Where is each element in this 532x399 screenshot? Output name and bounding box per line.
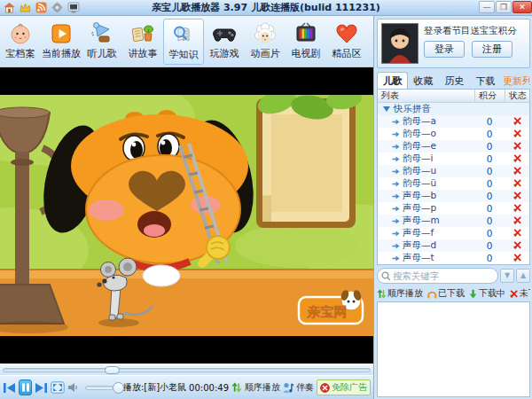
- item-arrow-icon: [392, 168, 400, 176]
- song-points: 0: [474, 215, 505, 226]
- time-label: 00:00:49: [189, 383, 229, 393]
- song-name: 韵母—o: [403, 128, 474, 140]
- home-icon[interactable]: [4, 2, 15, 13]
- toolbar-item-tv-series[interactable]: 电视剧: [286, 19, 326, 65]
- toolbar-label: 精品区: [332, 47, 362, 60]
- song-row[interactable]: 声母—m0: [378, 215, 529, 227]
- speaker-icon[interactable]: [67, 382, 79, 393]
- song-list: 列表 积分 状态 快乐拼音 韵母—a0韵母—o0韵母—e0韵母—i0韵母—u0韵…: [377, 89, 530, 265]
- toolbar-item-premium-zone[interactable]: 精品区: [326, 19, 367, 65]
- seek-thumb[interactable]: [105, 366, 120, 374]
- tab-favorites[interactable]: 收藏: [408, 74, 439, 89]
- toolbar-label: 当前播放: [42, 47, 81, 60]
- song-row[interactable]: 声母—p0: [378, 202, 529, 215]
- song-row[interactable]: 韵母—a0: [378, 115, 529, 128]
- search-box[interactable]: [377, 268, 498, 284]
- item-arrow-icon: [392, 130, 400, 138]
- song-row[interactable]: 声母—d0: [378, 239, 529, 252]
- gamepad-icon: [212, 20, 237, 47]
- song-row[interactable]: 韵母—o0: [378, 128, 529, 140]
- search-input[interactable]: [393, 270, 494, 281]
- tab-downloads[interactable]: 下载: [470, 74, 501, 89]
- window-title: 亲宝儿歌播放器 3.97 儿歌连播版(bulid 111231): [0, 0, 532, 16]
- fullscreen-button[interactable]: [51, 381, 65, 394]
- column-list[interactable]: 列表: [378, 90, 474, 102]
- heart-icon: [334, 20, 359, 47]
- accompaniment-label[interactable]: 伴奏: [296, 381, 314, 394]
- gramophone-icon: [90, 20, 114, 47]
- rss-icon[interactable]: [35, 2, 47, 13]
- video-area: 亲宝网: [0, 67, 373, 364]
- search-down-button[interactable]: ▼: [500, 269, 514, 283]
- gear-icon[interactable]: [51, 2, 63, 13]
- close-button[interactable]: ✕: [512, 1, 532, 13]
- player-controls: 播放:[新]小老鼠 00:00:49 顺序播放 伴奏 免除广告: [0, 375, 373, 399]
- song-points: 0: [474, 203, 505, 214]
- toolbar-item-baby-profile[interactable]: 宝档案: [0, 19, 41, 65]
- download-queue-empty-area: [377, 301, 530, 397]
- song-row[interactable]: 声母—t0: [378, 252, 529, 264]
- volume-slider[interactable]: [85, 386, 113, 390]
- song-name: 韵母—u: [403, 165, 474, 177]
- song-points: 0: [474, 191, 505, 201]
- item-arrow-icon: [392, 254, 400, 262]
- column-status[interactable]: 状态: [505, 90, 529, 102]
- collapse-arrow-icon[interactable]: [383, 106, 390, 112]
- login-button[interactable]: 登录: [424, 41, 465, 58]
- song-name: 声母—m: [403, 215, 474, 227]
- song-row[interactable]: 声母—b0: [378, 190, 529, 202]
- crown-icon[interactable]: [20, 2, 31, 13]
- accompaniment-icon[interactable]: [283, 382, 293, 394]
- not-downloaded-icon: [505, 129, 529, 140]
- tab-update-list[interactable]: 更新列表: [501, 74, 530, 89]
- video-scene: 亲宝网: [0, 95, 373, 336]
- toolbar-item-cartoons[interactable]: 动画片: [245, 19, 286, 65]
- previous-button[interactable]: [3, 382, 16, 394]
- song-name: 声母—t: [403, 252, 474, 264]
- song-row[interactable]: 韵母—i0: [378, 153, 529, 165]
- not-downloaded-icon: [505, 215, 529, 227]
- column-points[interactable]: 积分: [474, 90, 505, 102]
- remove-ads-button[interactable]: 免除广告: [317, 379, 371, 395]
- tab-history[interactable]: 历史: [439, 74, 470, 89]
- not-downloaded-icon: [505, 191, 529, 202]
- search-area: ▼ ▲: [377, 265, 530, 286]
- monitor-icon[interactable]: [67, 2, 80, 13]
- toolbar-item-play-games[interactable]: 玩游戏: [204, 19, 245, 65]
- no-ads-icon: [320, 383, 330, 393]
- register-button[interactable]: 注册: [472, 41, 512, 58]
- sequence-play-icon[interactable]: [231, 382, 242, 393]
- song-row[interactable]: 声母—f0: [378, 227, 529, 239]
- volume-thumb[interactable]: [113, 382, 124, 394]
- seek-groove[interactable]: [3, 368, 371, 372]
- song-row[interactable]: 韵母—e0: [378, 140, 529, 153]
- tab-songs[interactable]: 儿歌: [377, 72, 408, 89]
- seek-bar[interactable]: [0, 364, 373, 375]
- maximize-button[interactable]: ❐: [496, 1, 512, 13]
- song-points: 0: [474, 166, 505, 176]
- toolbar-item-listen-songs[interactable]: 听儿歌: [82, 19, 122, 65]
- watermark-text: 亲宝网: [307, 304, 348, 320]
- avatar: [381, 23, 419, 64]
- song-name: 声母—d: [403, 239, 474, 252]
- next-button[interactable]: [35, 382, 48, 394]
- toolbar-item-tell-story[interactable]: 讲故事: [122, 19, 163, 65]
- pause-button[interactable]: [19, 379, 32, 395]
- toolbar-label: 讲故事: [129, 47, 158, 60]
- item-arrow-icon: [392, 217, 400, 225]
- tree-group-happy-pinyin[interactable]: 快乐拼音: [378, 103, 529, 115]
- play-mode-label[interactable]: 顺序播放: [245, 381, 280, 394]
- not-downloaded-icon: [505, 141, 529, 153]
- song-name: 韵母—i: [403, 153, 474, 165]
- login-promo-text: 登录看节目送宝宝积分: [424, 25, 526, 37]
- song-row[interactable]: 韵母—ü0: [378, 177, 529, 190]
- group-label: 快乐拼音: [394, 103, 431, 115]
- song-name: 韵母—e: [403, 140, 474, 153]
- not-downloaded-icon: [505, 240, 529, 252]
- song-row[interactable]: 韵母—u0: [378, 165, 529, 177]
- minimize-button[interactable]: —: [479, 1, 495, 13]
- toolbar-item-learn-knowledge[interactable]: 学知识: [163, 19, 204, 65]
- toolbar-item-now-playing[interactable]: 当前播放: [41, 19, 82, 65]
- search-up-button[interactable]: ▲: [516, 269, 530, 283]
- remove-ads-label: 免除广告: [332, 381, 367, 394]
